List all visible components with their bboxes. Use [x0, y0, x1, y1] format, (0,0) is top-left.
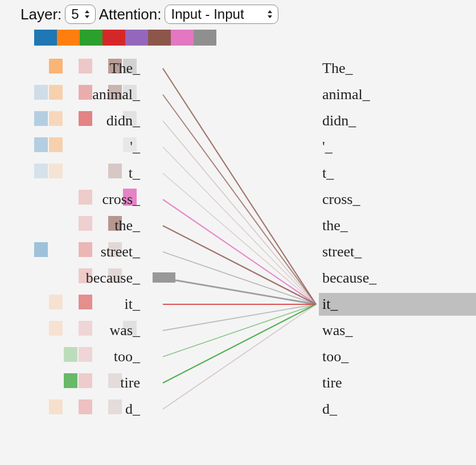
left-token: it_ — [125, 293, 140, 316]
attention-cell — [108, 399, 122, 414]
attention-cell — [79, 295, 92, 309]
attention-line — [163, 147, 316, 304]
layer-value: 5 — [71, 6, 79, 23]
right-token-selected[interactable]: it_ — [319, 293, 476, 316]
layer-label: Layer: — [20, 6, 61, 23]
attention-line — [163, 278, 316, 304]
head-swatch-3[interactable] — [102, 30, 125, 46]
attention-cell — [34, 164, 48, 178]
attention-cell — [34, 85, 48, 100]
attention-cell — [34, 242, 48, 257]
left-token: too_ — [114, 345, 140, 368]
chevron-up-down-icon — [266, 9, 273, 20]
attention-line — [163, 304, 316, 409]
right-token[interactable]: tire — [319, 372, 342, 394]
attention-cell — [49, 85, 63, 100]
right-token[interactable]: cross_ — [319, 188, 360, 211]
attention-cell — [79, 399, 92, 414]
head-swatches[interactable] — [34, 30, 216, 46]
attention-line — [163, 252, 316, 304]
attention-cell — [49, 164, 63, 178]
attention-label: Attention: — [99, 6, 162, 23]
head-swatch-7[interactable] — [194, 30, 216, 46]
left-token: '_ — [130, 136, 140, 158]
left-token: d_ — [125, 398, 140, 421]
attention-lines — [0, 46, 476, 465]
attention-visualization: The_animal_didn_'_t_cross_the_street_bec… — [0, 46, 476, 465]
left-token: The_ — [110, 57, 140, 80]
attention-cell — [34, 111, 48, 126]
left-token: didn_ — [106, 109, 140, 132]
left-token: animal_ — [92, 83, 140, 106]
attention-cell — [49, 137, 63, 152]
right-token[interactable]: too_ — [319, 345, 348, 368]
attention-weight-bar — [153, 272, 175, 283]
attention-line — [163, 173, 316, 304]
right-token[interactable]: was_ — [319, 319, 352, 342]
attention-cell — [79, 347, 92, 362]
attention-line — [163, 304, 316, 331]
attention-cell — [49, 399, 63, 414]
controls-row: Layer: 5 Attention: Input - Input — [20, 5, 278, 24]
attention-cell — [34, 137, 48, 152]
right-token[interactable]: the_ — [319, 214, 348, 237]
right-token[interactable]: d_ — [319, 398, 337, 421]
attention-cell — [108, 164, 122, 178]
attention-select[interactable]: Input - Input — [165, 5, 278, 24]
attention-cell — [79, 111, 92, 126]
left-token: cross_ — [102, 188, 140, 211]
attention-cell — [79, 190, 92, 205]
attention-line — [163, 304, 316, 357]
attention-line — [163, 121, 316, 304]
right-token[interactable]: animal_ — [319, 83, 370, 106]
attention-line — [163, 95, 316, 304]
attention-cell — [79, 321, 92, 336]
left-token: tire — [120, 372, 140, 394]
attention-cell — [64, 373, 77, 388]
attention-cell — [79, 85, 92, 100]
head-swatch-0[interactable] — [34, 30, 57, 46]
layer-select[interactable]: 5 — [65, 5, 95, 24]
right-token[interactable]: because_ — [319, 267, 376, 289]
attention-line — [163, 304, 316, 383]
attention-cell — [79, 59, 92, 74]
attention-cell — [49, 59, 63, 74]
attention-cell — [49, 111, 63, 126]
left-token: t_ — [129, 162, 140, 185]
head-swatch-6[interactable] — [171, 30, 194, 46]
attention-value: Input - Input — [171, 6, 244, 23]
left-token: street_ — [101, 240, 140, 263]
head-swatch-4[interactable] — [125, 30, 148, 46]
right-token[interactable]: street_ — [319, 240, 362, 263]
right-token[interactable]: t_ — [319, 162, 334, 185]
right-token[interactable]: didn_ — [319, 109, 356, 132]
chevron-up-down-icon — [84, 9, 91, 20]
attention-cell — [79, 216, 92, 231]
left-token: the_ — [114, 214, 140, 237]
right-token[interactable]: The_ — [319, 57, 352, 80]
attention-cell — [49, 295, 63, 309]
attention-cell — [64, 347, 77, 362]
attention-line — [163, 199, 316, 304]
head-swatch-2[interactable] — [80, 30, 102, 46]
attention-line — [163, 68, 316, 304]
left-token: was_ — [110, 319, 140, 342]
attention-cell — [79, 373, 92, 388]
attention-cell — [79, 242, 92, 257]
head-swatch-5[interactable] — [148, 30, 171, 46]
right-token[interactable]: '_ — [319, 136, 333, 158]
attention-cell — [49, 321, 63, 336]
left-token: because_ — [86, 267, 140, 289]
attention-line — [163, 226, 316, 304]
head-swatch-1[interactable] — [57, 30, 80, 46]
